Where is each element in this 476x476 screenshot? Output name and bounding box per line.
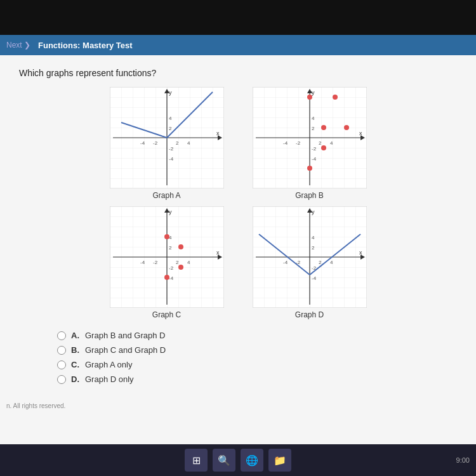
- graph-c-wrapper: y x 2 4 -2 -4 4 2 -2 -4 Graph C: [98, 206, 235, 319]
- svg-text:-4: -4: [140, 140, 145, 146]
- choice-d-text: Graph D only: [85, 374, 134, 384]
- svg-text:x: x: [216, 130, 220, 136]
- page-title: Functions: Mastery Test: [38, 41, 133, 50]
- taskbar-right-area: 9:00: [456, 456, 470, 464]
- choice-a-text: Graph B and Graph D: [85, 331, 165, 340]
- svg-text:y: y: [312, 209, 315, 215]
- top-black-bar: [0, 0, 476, 35]
- choice-d-letter: D.: [71, 374, 81, 384]
- graph-a-label: Graph A: [152, 191, 180, 200]
- graph-b-wrapper: y x 2 4 -2 -4 4 2 -2 -4 Graph B: [241, 87, 378, 200]
- svg-text:2: 2: [319, 260, 322, 265]
- svg-text:2: 2: [169, 126, 172, 131]
- svg-point-36: [321, 125, 326, 130]
- svg-text:-2: -2: [312, 146, 317, 152]
- svg-point-37: [344, 125, 349, 130]
- taskbar-folder[interactable]: 📁: [268, 449, 291, 472]
- svg-point-56: [164, 234, 169, 239]
- svg-text:y: y: [312, 89, 315, 96]
- choice-b-text: Graph C and Graph D: [85, 345, 166, 355]
- svg-text:4: 4: [312, 235, 315, 241]
- svg-text:-4: -4: [169, 275, 174, 281]
- graph-d-label: Graph D: [295, 310, 324, 319]
- svg-text:4: 4: [187, 260, 190, 265]
- svg-text:y: y: [169, 209, 172, 215]
- browser-bar: Next ❯ Functions: Mastery Test: [0, 35, 476, 55]
- svg-text:4: 4: [330, 140, 333, 146]
- graph-b-label: Graph B: [295, 191, 324, 200]
- svg-text:4: 4: [169, 235, 172, 241]
- svg-text:-4: -4: [283, 140, 288, 146]
- copyright-text: n. All rights reserved.: [6, 402, 65, 409]
- choice-c-letter: C.: [71, 360, 81, 369]
- taskbar-start[interactable]: ⊞: [185, 449, 208, 472]
- svg-text:2: 2: [176, 140, 179, 146]
- graph-c-label: Graph C: [152, 310, 181, 319]
- graph-d-wrapper: y x 2 4 -2 -4 4 2 -2 -4 Graph D: [241, 206, 378, 319]
- svg-point-38: [321, 145, 326, 150]
- svg-point-35: [333, 95, 338, 100]
- svg-text:4: 4: [330, 260, 333, 265]
- svg-point-39: [307, 166, 312, 171]
- next-label[interactable]: Next ❯: [6, 41, 30, 50]
- svg-text:2: 2: [312, 126, 315, 131]
- svg-text:2: 2: [169, 245, 172, 251]
- taskbar-time: 9:00: [456, 456, 470, 464]
- svg-text:-2: -2: [169, 265, 174, 271]
- svg-text:-4: -4: [140, 260, 145, 265]
- svg-text:-4: -4: [312, 275, 317, 281]
- svg-text:2: 2: [312, 245, 315, 251]
- graph-b-svg: y x 2 4 -2 -4 4 2 -2 -4: [253, 87, 367, 188]
- radio-c[interactable]: [57, 360, 66, 369]
- svg-text:2: 2: [319, 140, 322, 146]
- taskbar: ⊞ 🔍 🌐 📁 9:00: [0, 444, 476, 476]
- svg-text:-4: -4: [169, 156, 174, 162]
- svg-text:x: x: [359, 130, 362, 136]
- choice-b[interactable]: B. Graph C and Graph D: [57, 345, 457, 355]
- svg-text:y: y: [169, 89, 172, 96]
- choice-c[interactable]: C. Graph A only: [57, 360, 457, 369]
- svg-text:-2: -2: [153, 260, 158, 265]
- svg-text:-4: -4: [283, 260, 288, 265]
- choice-c-text: Graph A only: [85, 360, 132, 369]
- svg-text:2: 2: [176, 260, 179, 265]
- choice-a-letter: A.: [71, 331, 81, 340]
- radio-a[interactable]: [57, 331, 66, 340]
- graph-d-svg: y x 2 4 -2 -4 4 2 -2 -4: [253, 206, 367, 308]
- radio-d[interactable]: [57, 375, 66, 384]
- svg-text:-2: -2: [153, 140, 158, 146]
- svg-text:-2: -2: [169, 146, 174, 152]
- svg-text:4: 4: [169, 116, 172, 121]
- graph-a-wrapper: y x 2 4 -2 -4 4 2 -2 -4 G: [98, 87, 235, 200]
- taskbar-search[interactable]: 🔍: [213, 449, 235, 472]
- radio-b[interactable]: [57, 346, 66, 355]
- question-text: Which graphs represent functions?: [19, 68, 457, 78]
- svg-text:4: 4: [187, 140, 190, 146]
- svg-text:-4: -4: [312, 156, 317, 162]
- svg-point-58: [178, 265, 183, 270]
- choice-d[interactable]: D. Graph D only: [57, 374, 457, 384]
- svg-text:x: x: [216, 249, 220, 256]
- graph-a-svg: y x 2 4 -2 -4 4 2 -2 -4: [110, 87, 224, 188]
- svg-text:-2: -2: [296, 140, 301, 146]
- graphs-container: y x 2 4 -2 -4 4 2 -2 -4 G: [98, 87, 378, 319]
- svg-point-57: [178, 244, 183, 249]
- svg-text:4: 4: [312, 116, 315, 121]
- taskbar-browser[interactable]: 🌐: [241, 449, 263, 472]
- svg-point-34: [307, 95, 312, 100]
- choice-b-letter: B.: [71, 345, 81, 355]
- graph-c-svg: y x 2 4 -2 -4 4 2 -2 -4: [110, 206, 224, 308]
- main-content: Which graphs represent functions?: [0, 55, 476, 444]
- choice-a[interactable]: A. Graph B and Graph D: [57, 331, 457, 340]
- choices-container: A. Graph B and Graph D B. Graph C and Gr…: [57, 331, 457, 384]
- svg-text:x: x: [359, 249, 362, 256]
- svg-point-59: [164, 275, 169, 280]
